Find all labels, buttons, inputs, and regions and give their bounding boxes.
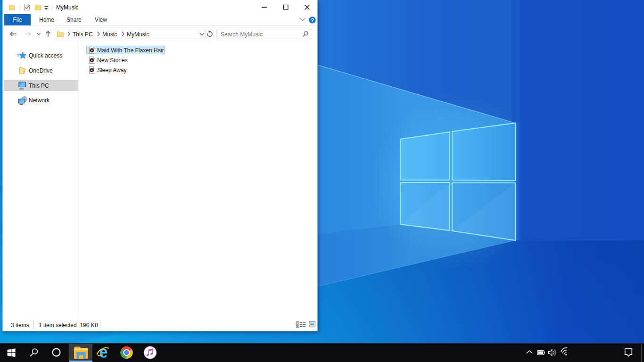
svg-text:e: e [99, 343, 107, 361]
svg-text:?: ? [311, 17, 314, 23]
